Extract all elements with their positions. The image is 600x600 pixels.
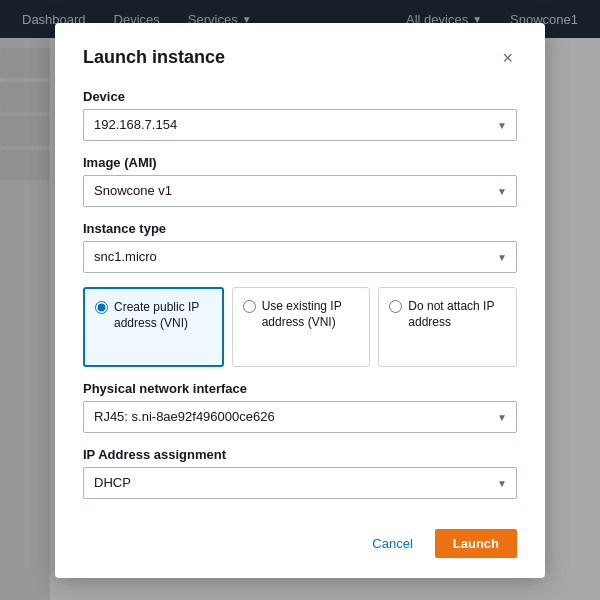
device-label: Device [83, 89, 517, 104]
ip-assignment-select[interactable]: DHCP [83, 467, 517, 499]
launch-instance-modal: Launch instance × Device 192.168.7.154 I… [55, 23, 545, 578]
instance-type-field-group: Instance type snc1.micro [83, 221, 517, 273]
radio-use-existing-ip[interactable]: Use existing IP address (VNI) [232, 287, 371, 367]
radio-do-not-attach[interactable]: Do not attach IP address [378, 287, 517, 367]
device-select-wrapper: 192.168.7.154 [83, 109, 517, 141]
radio-use-existing-header: Use existing IP address (VNI) [243, 298, 360, 332]
physical-network-select-wrapper: RJ45: s.ni-8ae92f496000ce626 [83, 401, 517, 433]
image-field-group: Image (AMI) Snowcone v1 [83, 155, 517, 207]
modal-overlay: Launch instance × Device 192.168.7.154 I… [0, 0, 600, 600]
modal-title: Launch instance [83, 47, 225, 68]
modal-close-button[interactable]: × [498, 47, 517, 69]
device-field-group: Device 192.168.7.154 [83, 89, 517, 141]
radio-do-not-attach-label: Do not attach IP address [408, 298, 506, 332]
instance-type-select[interactable]: snc1.micro [83, 241, 517, 273]
radio-create-public-label: Create public IP address (VNI) [114, 299, 212, 333]
radio-do-not-attach-header: Do not attach IP address [389, 298, 506, 332]
ip-assignment-field-group: IP Address assignment DHCP [83, 447, 517, 499]
radio-use-existing-label: Use existing IP address (VNI) [262, 298, 360, 332]
device-select[interactable]: 192.168.7.154 [83, 109, 517, 141]
physical-network-select[interactable]: RJ45: s.ni-8ae92f496000ce626 [83, 401, 517, 433]
ip-radio-group: Create public IP address (VNI) Use exist… [83, 287, 517, 367]
physical-network-label: Physical network interface [83, 381, 517, 396]
launch-button[interactable]: Launch [435, 529, 517, 558]
radio-create-public-input[interactable] [95, 301, 108, 314]
physical-network-field-group: Physical network interface RJ45: s.ni-8a… [83, 381, 517, 433]
radio-do-not-attach-input[interactable] [389, 300, 402, 313]
cancel-button[interactable]: Cancel [360, 530, 424, 557]
ip-assignment-label: IP Address assignment [83, 447, 517, 462]
radio-use-existing-input[interactable] [243, 300, 256, 313]
modal-header: Launch instance × [83, 47, 517, 69]
radio-create-public-ip[interactable]: Create public IP address (VNI) [83, 287, 224, 367]
radio-create-public-header: Create public IP address (VNI) [95, 299, 212, 333]
instance-type-label: Instance type [83, 221, 517, 236]
image-select-wrapper: Snowcone v1 [83, 175, 517, 207]
image-label: Image (AMI) [83, 155, 517, 170]
modal-footer: Cancel Launch [83, 517, 517, 558]
ip-assignment-select-wrapper: DHCP [83, 467, 517, 499]
image-select[interactable]: Snowcone v1 [83, 175, 517, 207]
instance-type-select-wrapper: snc1.micro [83, 241, 517, 273]
